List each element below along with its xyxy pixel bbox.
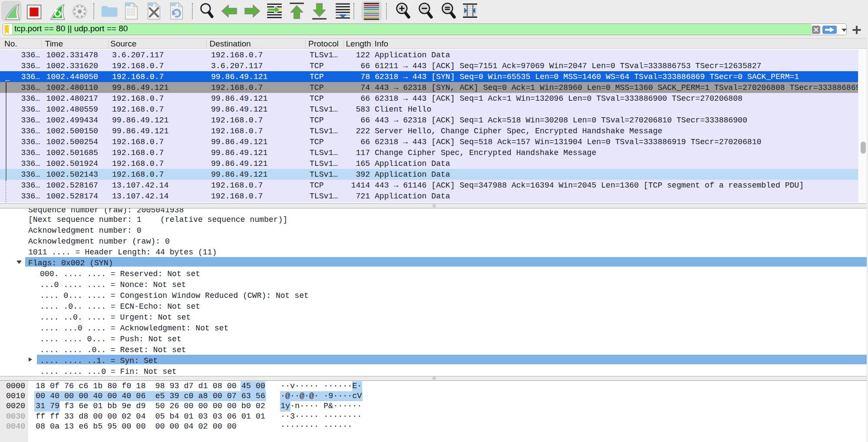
svg-text:01110: 01110 <box>127 13 135 16</box>
